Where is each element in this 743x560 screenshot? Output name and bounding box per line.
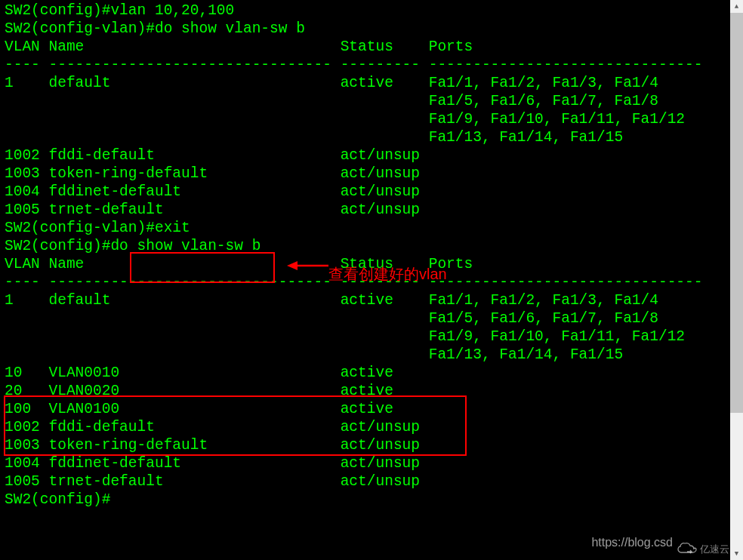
chevron-down-icon: ▼ xyxy=(735,550,738,558)
terminal-line: SW2(config)# xyxy=(5,491,726,509)
terminal-line: VLAN Name Status Ports xyxy=(5,38,726,56)
terminal-line: SW2(config-vlan)#exit xyxy=(5,219,726,237)
terminal-line: 1004 fddinet-default act/unsup xyxy=(5,183,726,201)
terminal-line: SW2(config)#do show vlan-sw b xyxy=(5,237,726,255)
vertical-scrollbar[interactable]: ▲ ▼ xyxy=(730,0,743,560)
terminal-line: 1003 token-ring-default act/unsup xyxy=(5,165,726,183)
watermark-logo: 亿速云 xyxy=(677,542,729,557)
watermark-url: https://blog.csd xyxy=(591,536,673,549)
terminal-line: 1002 fddi-default act/unsup xyxy=(5,146,726,165)
watermark-logo-text: 亿速云 xyxy=(700,543,729,556)
terminal-line: Fa1/5, Fa1/6, Fa1/7, Fa1/8 xyxy=(5,92,726,110)
scrollbar-thumb[interactable] xyxy=(730,13,743,413)
arrow-icon xyxy=(287,258,328,273)
highlight-box-command xyxy=(130,252,275,283)
cloud-icon xyxy=(677,542,698,557)
chevron-up-icon: ▲ xyxy=(735,3,738,11)
terminal-output: SW2(config)#vlan 10,20,100 SW2(config-vl… xyxy=(0,0,730,560)
terminal-line: SW2(config-vlan)#do show vlan-sw b xyxy=(5,20,726,38)
highlight-box-vlans xyxy=(4,395,467,456)
terminal-line: Fa1/13, Fa1/14, Fa1/15 xyxy=(5,128,726,146)
svg-marker-1 xyxy=(287,261,298,270)
terminal-line: 1005 trnet-default act/unsup xyxy=(5,201,726,219)
scrollbar-up-button[interactable]: ▲ xyxy=(730,0,743,13)
terminal-line: Fa1/9, Fa1/10, Fa1/11, Fa1/12 xyxy=(5,110,726,128)
terminal-line: 1 default active Fa1/1, Fa1/2, Fa1/3, Fa… xyxy=(5,291,726,309)
terminal-line: ---- -------------------------------- --… xyxy=(5,56,726,74)
terminal-line: 1 default active Fa1/1, Fa1/2, Fa1/3, Fa… xyxy=(5,74,726,92)
terminal-line: 10 VLAN0010 active xyxy=(5,364,726,382)
scrollbar-down-button[interactable]: ▼ xyxy=(730,547,743,560)
terminal-line: Fa1/9, Fa1/10, Fa1/11, Fa1/12 xyxy=(5,328,726,346)
terminal-line: 1004 fddinet-default act/unsup xyxy=(5,454,726,472)
terminal-line: 1005 trnet-default act/unsup xyxy=(5,472,726,491)
terminal-line: Fa1/5, Fa1/6, Fa1/7, Fa1/8 xyxy=(5,309,726,328)
terminal-line: Fa1/13, Fa1/14, Fa1/15 xyxy=(5,346,726,364)
annotation-text: 查看创建好的vlan xyxy=(328,265,447,283)
terminal-line: SW2(config)#vlan 10,20,100 xyxy=(5,2,726,20)
